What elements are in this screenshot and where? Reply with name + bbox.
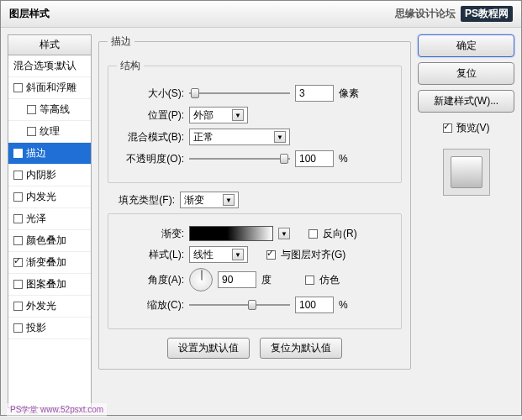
angle-label: 角度(A): — [117, 273, 184, 287]
size-row: 大小(S): 像素 — [117, 85, 393, 102]
default-buttons: 设置为默认值 复位为默认值 — [108, 338, 402, 359]
checkbox-icon[interactable] — [13, 236, 23, 245]
angle-input[interactable] — [218, 271, 256, 288]
scale-row: 缩放(C): % — [117, 297, 393, 313]
checkbox-icon[interactable] — [13, 83, 23, 92]
footer-watermark: PS学堂 www.52psxt.com — [7, 403, 107, 417]
checkbox-icon[interactable] — [13, 192, 23, 202]
preview-swatch — [443, 149, 490, 196]
blend-select[interactable]: 正常 ▼ — [189, 129, 290, 145]
style-stroke[interactable]: 描边 — [8, 143, 91, 165]
style-pattern-overlay[interactable]: 图案叠加 — [8, 274, 91, 296]
style-label: 样式(L): — [117, 248, 184, 262]
opacity-unit: % — [339, 153, 364, 165]
gradient-label: 渐变: — [117, 227, 184, 241]
styles-header: 样式 — [8, 34, 92, 55]
position-row: 位置(P): 外部 ▼ — [117, 107, 393, 123]
titlebar: 图层样式 思缘设计论坛 PS教程网 — [1, 1, 521, 28]
styles-sidebar: 样式 混合选项:默认 斜面和浮雕 等高线 纹理 描边 内阴影 内发光 光泽 颜色… — [8, 34, 92, 408]
new-style-button[interactable]: 新建样式(W)... — [418, 90, 514, 113]
style-gradient-overlay[interactable]: 渐变叠加 — [8, 252, 91, 274]
make-default-button[interactable]: 设置为默认值 — [167, 338, 250, 359]
align-checkbox[interactable] — [266, 250, 276, 260]
titlebar-watermark: 思缘设计论坛 PS教程网 — [395, 6, 513, 22]
chevron-down-icon: ▼ — [223, 194, 235, 206]
style-texture[interactable]: 纹理 — [8, 121, 91, 143]
gradient-swatch[interactable] — [189, 226, 273, 241]
opacity-slider[interactable] — [189, 153, 290, 165]
ok-button[interactable]: 确定 — [418, 34, 514, 57]
checkbox-icon[interactable] — [13, 149, 23, 158]
styles-list: 混合选项:默认 斜面和浮雕 等高线 纹理 描边 内阴影 内发光 光泽 颜色叠加 … — [8, 55, 92, 408]
opacity-label: 不透明度(O): — [117, 152, 184, 166]
preview-inner — [451, 156, 482, 188]
checkbox-icon[interactable] — [27, 127, 36, 136]
scale-slider[interactable] — [189, 299, 290, 311]
badge-icon: PS教程网 — [461, 6, 513, 22]
angle-dial[interactable] — [189, 268, 213, 291]
style-outer-glow[interactable]: 外发光 — [8, 296, 91, 318]
blend-label: 混合模式(B): — [117, 130, 184, 144]
cancel-button[interactable]: 复位 — [418, 62, 514, 85]
stroke-fieldset: 描边 结构 大小(S): 像素 位置(P): 外部 ▼ — [98, 34, 411, 370]
gradient-row: 渐变: ▼ 反向(R) — [117, 226, 393, 241]
gradient-fieldset: 渐变: ▼ 反向(R) 样式(L): 线性 ▼ — [108, 213, 402, 329]
reverse-label: 反向(R) — [323, 227, 357, 241]
opacity-row: 不透明度(O): % — [117, 150, 393, 167]
position-label: 位置(P): — [117, 108, 184, 123]
checkbox-icon[interactable] — [13, 302, 23, 311]
preview-toggle: 预览(V) — [418, 121, 514, 135]
dither-label: 仿色 — [319, 273, 340, 287]
align-label: 与图层对齐(G) — [281, 248, 345, 262]
structure-legend: 结构 — [117, 59, 144, 73]
angle-row: 角度(A): 度 仿色 — [117, 268, 393, 291]
style-color-overlay[interactable]: 颜色叠加 — [8, 230, 91, 252]
chevron-down-icon: ▼ — [232, 249, 244, 260]
style-row: 样式(L): 线性 ▼ 与图层对齐(G) — [117, 246, 393, 263]
checkbox-icon[interactable] — [13, 171, 23, 180]
fill-label: 填充类型(F): — [108, 193, 175, 207]
style-drop-shadow[interactable]: 投影 — [8, 318, 91, 339]
style-bevel[interactable]: 斜面和浮雕 — [8, 77, 91, 99]
size-label: 大小(S): — [117, 87, 184, 101]
dither-checkbox[interactable] — [305, 276, 314, 285]
structure-fieldset: 结构 大小(S): 像素 位置(P): 外部 ▼ — [108, 59, 402, 183]
reset-default-button[interactable]: 复位为默认值 — [260, 338, 342, 359]
fill-type-row: 填充类型(F): 渐变 ▼ — [108, 192, 402, 208]
angle-unit: 度 — [261, 273, 287, 287]
scale-unit: % — [339, 299, 364, 311]
scale-label: 缩放(C): — [117, 298, 184, 312]
style-inner-shadow[interactable]: 内阴影 — [8, 165, 91, 186]
chevron-down-icon[interactable]: ▼ — [278, 228, 290, 239]
blend-row: 混合模式(B): 正常 ▼ — [117, 129, 393, 145]
scale-input[interactable] — [295, 297, 334, 313]
stroke-legend: 描边 — [108, 34, 134, 49]
size-unit: 像素 — [339, 87, 364, 101]
settings-panel: 描边 结构 大小(S): 像素 位置(P): 外部 ▼ — [98, 34, 411, 408]
dialog-title: 图层样式 — [9, 7, 50, 21]
style-select[interactable]: 线性 ▼ — [189, 246, 248, 263]
position-select[interactable]: 外部 ▼ — [189, 107, 248, 123]
checkbox-icon[interactable] — [13, 214, 23, 223]
layer-style-dialog: 图层样式 思缘设计论坛 PS教程网 样式 混合选项:默认 斜面和浮雕 等高线 纹… — [0, 0, 522, 416]
blend-options[interactable]: 混合选项:默认 — [8, 55, 91, 77]
fill-select[interactable]: 渐变 ▼ — [180, 192, 239, 208]
preview-checkbox[interactable] — [443, 123, 452, 133]
checkbox-icon[interactable] — [27, 105, 36, 114]
preview-label: 预览(V) — [456, 121, 490, 135]
checkbox-icon[interactable] — [13, 280, 23, 289]
size-slider[interactable] — [189, 87, 290, 99]
action-column: 确定 复位 新建样式(W)... 预览(V) — [418, 34, 514, 408]
chevron-down-icon: ▼ — [232, 109, 244, 121]
opacity-input[interactable] — [295, 150, 334, 167]
style-inner-glow[interactable]: 内发光 — [8, 186, 91, 208]
reverse-checkbox[interactable] — [308, 229, 318, 239]
style-contour[interactable]: 等高线 — [8, 99, 91, 121]
size-input[interactable] — [295, 85, 334, 102]
checkbox-icon[interactable] — [13, 323, 23, 333]
checkbox-icon[interactable] — [13, 258, 23, 267]
chevron-down-icon: ▼ — [274, 131, 286, 143]
style-satin[interactable]: 光泽 — [8, 208, 91, 230]
dialog-body: 样式 混合选项:默认 斜面和浮雕 等高线 纹理 描边 内阴影 内发光 光泽 颜色… — [1, 28, 521, 415]
